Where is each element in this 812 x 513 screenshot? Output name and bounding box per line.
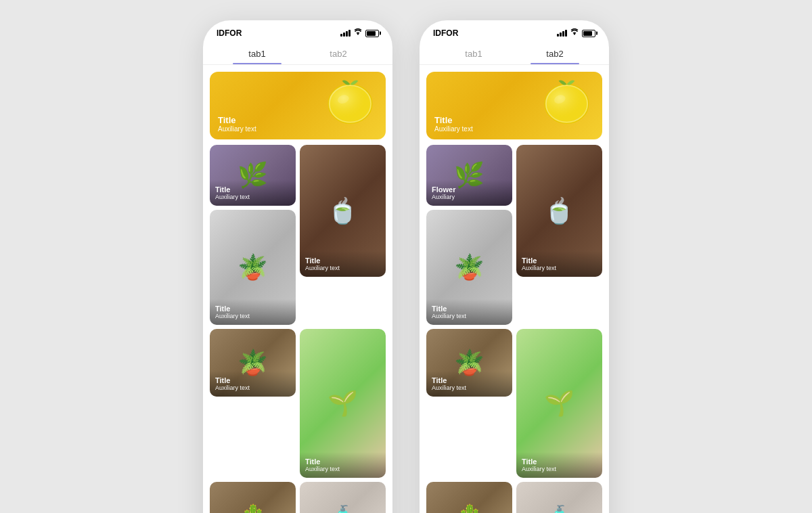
phone-1: IDFORtab1tab2 TitleAuxiliary text🌿TitleA…: [203, 20, 392, 513]
phones-container: IDFORtab1tab2 TitleAuxiliary text🌿TitleA…: [203, 20, 609, 513]
svg-point-5: [545, 85, 589, 124]
card-title: Title: [215, 305, 290, 313]
card-aux-text: Auxiliary text: [215, 313, 290, 319]
card-aux-text: Auxiliary text: [432, 384, 507, 391]
status-icons: [340, 28, 379, 38]
card-title: Title: [215, 185, 290, 194]
card-aux-text: Auxiliary text: [215, 384, 290, 391]
card-title: Title: [305, 458, 380, 466]
app-name: IDFOR: [217, 28, 242, 38]
card-aux-text: Auxiliary text: [522, 265, 597, 271]
card-image-bottles: 🧴: [516, 482, 602, 513]
grid-card-snake2[interactable]: 🌵TitleAuxiliary text: [210, 482, 296, 513]
hero-title: Title: [434, 115, 473, 125]
battery-icon: [365, 30, 379, 37]
battery-icon: [582, 30, 595, 37]
card-aux-text: Auxiliary text: [522, 466, 597, 472]
grid-card-snake2[interactable]: 🌵TitleAuxiliary text: [426, 482, 512, 513]
content-area: TitleAuxiliary text🌿TitleAuxiliary text🍵…: [203, 65, 392, 513]
grid-card-flowers[interactable]: 🌿FlowerAuxiliary: [426, 145, 512, 206]
card-overlay-spices: TitleAuxiliary text: [516, 251, 602, 277]
tab-bar: tab1tab2: [420, 42, 609, 65]
card-overlay-snake: TitleAuxiliary text: [426, 371, 512, 397]
hero-aux-text: Auxiliary text: [434, 125, 473, 133]
card-title: Title: [522, 458, 597, 466]
card-overlay-flowers: FlowerAuxiliary: [426, 180, 512, 206]
tab-tab2[interactable]: tab2: [514, 42, 595, 64]
hero-card[interactable]: TitleAuxiliary text: [210, 72, 386, 139]
card-overlay-plant-gray: TitleAuxiliary text: [210, 299, 296, 325]
card-title: Title: [432, 305, 507, 313]
card-overlay-snake: TitleAuxiliary text: [210, 371, 296, 397]
card-overlay-plant-gray: TitleAuxiliary text: [426, 299, 512, 325]
card-image-snake2: 🌵: [426, 482, 512, 513]
status-icons: [557, 28, 595, 38]
card-title: Title: [305, 256, 380, 265]
status-bar: IDFOR: [203, 20, 392, 42]
grid-card-bottles[interactable]: 🧴TitleAuxiliary text: [516, 482, 602, 513]
card-image-bottles: 🧴: [300, 482, 386, 513]
hero-card[interactable]: TitleAuxiliary text: [426, 72, 602, 139]
grid-card-plant-green[interactable]: 🌱TitleAuxiliary text: [300, 329, 386, 478]
card-aux-text: Auxiliary text: [305, 466, 380, 472]
tab-tab2[interactable]: tab2: [298, 42, 379, 64]
grid-card-spices[interactable]: 🍵TitleAuxiliary text: [516, 145, 602, 277]
card-title: Title: [432, 376, 507, 384]
phone-2: IDFORtab1tab2 TitleAuxiliary text🌿Flower…: [420, 20, 609, 513]
lemon-illustration: [321, 74, 379, 131]
grid-card-plant-gray[interactable]: 🪴TitleAuxiliary text: [210, 210, 296, 325]
card-title: Title: [215, 376, 290, 384]
card-title: Flower: [432, 185, 507, 194]
card-overlay-plant-green: TitleAuxiliary text: [300, 452, 386, 478]
hero-title: Title: [218, 115, 256, 125]
card-overlay-flowers: TitleAuxiliary text: [210, 180, 296, 206]
card-title: Title: [522, 256, 597, 265]
card-aux-text: Auxiliary text: [305, 265, 380, 271]
signal-icon: [340, 30, 351, 37]
grid-card-plant-gray[interactable]: 🪴TitleAuxiliary text: [426, 210, 512, 325]
card-image-snake2: 🌵: [210, 482, 296, 513]
card-grid: 🌿FlowerAuxiliary🍵TitleAuxiliary text🪴Tit…: [426, 145, 602, 513]
card-overlay-plant-green: TitleAuxiliary text: [516, 452, 602, 478]
lemon-illustration: [538, 74, 595, 131]
grid-card-spices[interactable]: 🍵TitleAuxiliary text: [300, 145, 386, 277]
tab-tab1[interactable]: tab1: [217, 42, 298, 64]
svg-point-1: [328, 85, 372, 124]
app-name: IDFOR: [433, 28, 458, 38]
grid-card-bottles[interactable]: 🧴TitleAuxiliary text: [300, 482, 386, 513]
status-bar: IDFOR: [420, 20, 609, 42]
tab-tab1[interactable]: tab1: [433, 42, 514, 64]
hero-text: TitleAuxiliary text: [218, 115, 256, 133]
card-aux-text: Auxiliary text: [432, 313, 507, 319]
hero-aux-text: Auxiliary text: [218, 125, 256, 133]
wifi-icon: [570, 28, 579, 38]
card-overlay-spices: TitleAuxiliary text: [300, 251, 386, 277]
content-area: TitleAuxiliary text🌿FlowerAuxiliary🍵Titl…: [420, 65, 609, 513]
grid-card-snake[interactable]: 🪴TitleAuxiliary text: [210, 329, 296, 397]
hero-text: TitleAuxiliary text: [434, 115, 473, 133]
card-aux-text: Auxiliary: [432, 194, 507, 200]
signal-icon: [557, 30, 567, 37]
card-aux-text: Auxiliary text: [215, 194, 290, 200]
grid-card-plant-green[interactable]: 🌱TitleAuxiliary text: [516, 329, 602, 478]
grid-card-flowers[interactable]: 🌿TitleAuxiliary text: [210, 145, 296, 206]
wifi-icon: [353, 28, 363, 38]
grid-card-snake[interactable]: 🪴TitleAuxiliary text: [426, 329, 512, 397]
tab-bar: tab1tab2: [203, 42, 392, 65]
card-grid: 🌿TitleAuxiliary text🍵TitleAuxiliary text…: [210, 145, 386, 513]
